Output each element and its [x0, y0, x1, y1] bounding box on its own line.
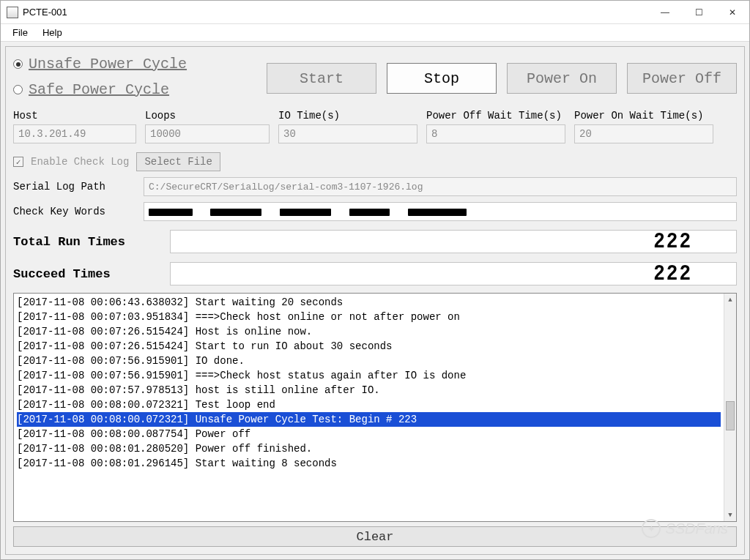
log-line[interactable]: [2017-11-08 00:07:56.915901] ===>Check h…: [17, 368, 721, 383]
scroll-up-icon[interactable]: ▲: [724, 294, 736, 306]
total-run-label: Total Run Times: [13, 235, 160, 249]
log-line[interactable]: [2017-11-08 00:07:26.515424] Host is onl…: [17, 324, 721, 339]
log-line[interactable]: [2017-11-08 00:07:03.951834] ===>Check h…: [17, 310, 721, 324]
menubar: File Help: [1, 24, 749, 42]
power-on-button[interactable]: Power On: [507, 63, 617, 94]
loops-label: Loops: [145, 110, 270, 122]
log-line[interactable]: [2017-11-08 00:08:00.072321] Unsafe Powe…: [17, 412, 721, 427]
serial-log-label: Serial Log Path: [13, 181, 136, 193]
poff-wait-label: Power Off Wait Time(s): [426, 110, 565, 122]
window-title: PCTE-001: [23, 7, 648, 18]
keywords-label: Check Key Words: [13, 206, 136, 217]
param-row: Host Loops IO Time(s) Power Off Wait Tim…: [13, 110, 737, 143]
select-file-button[interactable]: Select File: [136, 152, 220, 171]
log-line[interactable]: [2017-11-08 00:08:01.296145] Start waiti…: [17, 456, 721, 471]
scroll-thumb[interactable]: [726, 401, 735, 430]
serial-log-path-input[interactable]: [144, 177, 737, 196]
log-line[interactable]: [2017-11-08 00:07:56.915901] IO done.: [17, 354, 721, 368]
app-icon: [7, 7, 18, 18]
radio-unsafe[interactable]: Unsafe Power Cycle: [13, 56, 233, 72]
maximize-button[interactable]: ☐: [682, 1, 716, 23]
total-run-row: Total Run Times 222: [13, 230, 737, 253]
host-input[interactable]: [13, 124, 136, 143]
pon-wait-label: Power On Wait Time(s): [574, 110, 713, 122]
succeed-label: Succeed Times: [13, 267, 160, 281]
log-line[interactable]: [2017-11-08 00:08:00.087754] Power off: [17, 427, 721, 441]
log-output[interactable]: [2017-11-08 00:06:43.638032] Start waiti…: [13, 293, 737, 522]
menu-file[interactable]: File: [5, 26, 35, 40]
host-label: Host: [13, 110, 136, 122]
log-line[interactable]: [2017-11-08 00:07:26.515424] Start to ru…: [17, 339, 721, 354]
window-controls: — ☐ ✕: [648, 1, 749, 23]
keywords-input[interactable]: [144, 202, 737, 221]
log-line[interactable]: [2017-11-08 00:08:00.072321] Test loop e…: [17, 397, 721, 412]
loops-input[interactable]: [145, 124, 270, 143]
log-line[interactable]: [2017-11-08 00:06:43.638032] Start waiti…: [17, 295, 721, 310]
io-time-input[interactable]: [278, 124, 417, 143]
action-buttons: Start Stop Power On Power Off: [233, 63, 737, 94]
poff-wait-input[interactable]: [426, 124, 565, 143]
minimize-button[interactable]: —: [648, 1, 682, 23]
scroll-down-icon[interactable]: ▼: [724, 509, 736, 521]
serial-log-row: Serial Log Path: [13, 177, 737, 196]
radio-unsafe-label: Unsafe Power Cycle: [29, 56, 187, 72]
log-scrollbar[interactable]: ▲ ▼: [724, 294, 736, 521]
keywords-row: Check Key Words: [13, 202, 737, 221]
radio-safe[interactable]: Safe Power Cycle: [13, 81, 233, 98]
titlebar: PCTE-001 — ☐ ✕: [1, 1, 749, 24]
stop-button[interactable]: Stop: [387, 63, 497, 94]
enable-checklog-checkbox[interactable]: [13, 157, 23, 167]
start-button[interactable]: Start: [267, 63, 376, 94]
enable-checklog-label: Enable Check Log: [31, 156, 129, 168]
radio-safe-label: Safe Power Cycle: [29, 81, 169, 98]
total-run-value: 222: [170, 230, 737, 253]
power-off-button[interactable]: Power Off: [627, 63, 737, 94]
close-button[interactable]: ✕: [716, 1, 749, 23]
succeed-row: Succeed Times 222: [13, 262, 737, 285]
app-window: PCTE-001 — ☐ ✕ File Help Unsafe Power Cy…: [0, 0, 750, 560]
log-line[interactable]: [2017-11-08 00:08:01.280520] Power off f…: [17, 441, 721, 456]
radio-safe-dot: [13, 85, 23, 94]
clear-button[interactable]: Clear: [13, 526, 737, 547]
pon-wait-input[interactable]: [574, 124, 713, 143]
log-line[interactable]: [2017-11-08 00:07:57.978513] host is sti…: [17, 383, 721, 397]
checklog-row: Enable Check Log Select File: [13, 152, 737, 171]
mode-selector: Unsafe Power Cycle Safe Power Cycle: [13, 51, 233, 105]
io-time-label: IO Time(s): [278, 110, 417, 122]
succeed-value: 222: [170, 262, 737, 285]
top-row: Unsafe Power Cycle Safe Power Cycle Star…: [13, 51, 737, 105]
content-panel: Unsafe Power Cycle Safe Power Cycle Star…: [5, 46, 745, 555]
radio-unsafe-dot: [13, 59, 23, 69]
menu-help[interactable]: Help: [35, 26, 70, 40]
